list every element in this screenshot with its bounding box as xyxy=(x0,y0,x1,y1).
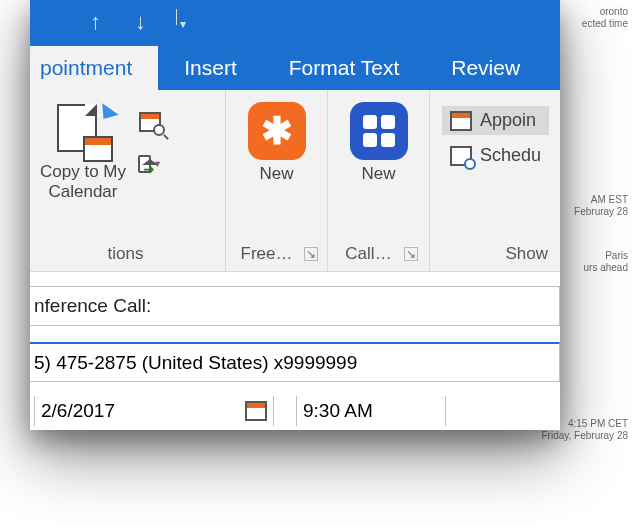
world-clock-snippet-cet: 4:15 PM CET Friday, Februray 28 xyxy=(541,418,628,442)
free-new-button[interactable]: ✱ New xyxy=(240,98,314,188)
start-time-field[interactable]: 9:30 AM xyxy=(296,396,446,426)
tab-format-text[interactable]: Format Text xyxy=(263,46,425,90)
world-clock-snippet-est: AM EST Februray 28 xyxy=(574,194,628,218)
ribbon-group-call: New Call… ↘ xyxy=(328,90,430,271)
dialog-launcher-icon[interactable]: ↘ xyxy=(404,247,418,261)
group-label: Free… xyxy=(241,244,293,264)
qat-customize-dropdown-icon[interactable]: ▾ xyxy=(180,17,186,31)
tab-appointment[interactable]: pointment xyxy=(30,46,158,90)
button-label: Appoin xyxy=(480,110,536,131)
copy-to-calendar-icon xyxy=(55,102,111,158)
subject-field-row: nference Call: xyxy=(30,286,560,326)
dialog-launcher-icon[interactable]: ↘ xyxy=(304,247,318,261)
button-label: Schedu xyxy=(480,145,541,166)
ribbon-group-actions: Copy to My Calendar ➜ ▼ xyxy=(30,90,226,271)
button-label: New xyxy=(259,164,293,184)
group-label: Call… xyxy=(345,244,391,264)
ribbon-tabs: pointment Insert Format Text Review xyxy=(30,44,560,90)
calendar-magnify-icon xyxy=(139,112,161,132)
qat-undo-up-icon[interactable]: ↑ xyxy=(90,11,101,33)
button-label: Copy to My Calendar xyxy=(40,162,126,203)
ribbon: Copy to My Calendar ➜ ▼ xyxy=(30,90,560,272)
show-scheduling-button[interactable]: Schedu xyxy=(442,141,549,170)
tab-label: pointment xyxy=(40,56,132,79)
calendar-icon xyxy=(450,111,472,131)
grid-app-icon xyxy=(350,102,408,160)
ribbon-group-free: ✱ New Free… ↘ xyxy=(226,90,328,271)
qat-redo-down-icon[interactable]: ↓ xyxy=(135,11,146,33)
button-label: New xyxy=(361,164,395,184)
forward-button[interactable]: ➜ ▼ xyxy=(138,152,162,176)
start-date-field[interactable]: 2/6/2017 xyxy=(34,396,274,426)
subject-text: nference Call: xyxy=(34,295,151,317)
tab-label: Format Text xyxy=(289,56,399,79)
copy-to-my-calendar-button[interactable]: Copy to My Calendar xyxy=(32,98,134,207)
forward-icon: ➜ xyxy=(138,155,151,173)
asterisk-app-icon: ✱ xyxy=(248,102,306,160)
calendar-view-button[interactable] xyxy=(138,110,162,134)
date-picker-icon[interactable] xyxy=(245,401,267,421)
title-bar: ↑ ↓ ▾ xyxy=(30,0,560,44)
call-new-button[interactable]: New xyxy=(342,98,416,188)
start-time-value: 9:30 AM xyxy=(303,400,373,422)
tab-review[interactable]: Review xyxy=(425,46,546,90)
group-label: Show xyxy=(505,244,548,264)
scheduling-icon xyxy=(450,146,472,166)
ribbon-group-show: Appoin Schedu Show xyxy=(430,90,560,271)
tab-label: Insert xyxy=(184,56,237,79)
show-appointment-button[interactable]: Appoin xyxy=(442,106,549,135)
world-clock-snippet-toronto: oronto ected time xyxy=(582,6,628,30)
tab-insert[interactable]: Insert xyxy=(158,46,263,90)
location-input[interactable] xyxy=(34,352,559,374)
start-date-value: 2/6/2017 xyxy=(41,400,115,422)
tab-label: Review xyxy=(451,56,520,79)
location-field-row[interactable] xyxy=(30,342,560,382)
group-label: tions xyxy=(108,244,144,264)
start-time-row: 2/6/2017 9:30 AM xyxy=(30,396,560,426)
outlook-appointment-window: ↑ ↓ ▾ pointment Insert Format Text Revie… xyxy=(30,0,560,430)
appointment-form: nference Call: 2/6/2017 9:30 AM xyxy=(30,286,560,426)
world-clock-snippet-paris: Paris urs ahead xyxy=(584,250,628,274)
